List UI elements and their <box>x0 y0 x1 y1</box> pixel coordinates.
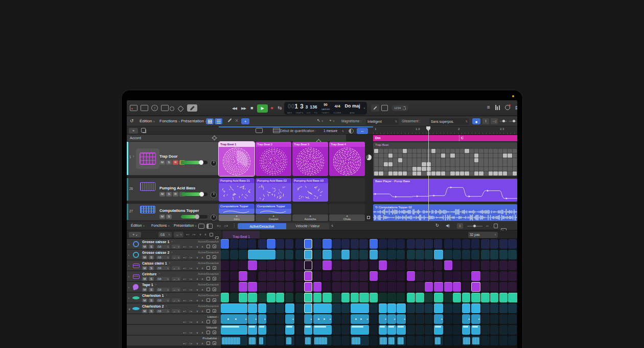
substep-cell[interactable] <box>332 325 340 335</box>
volume-knob[interactable] <box>199 192 204 197</box>
score-icon[interactable] <box>381 105 388 111</box>
substep-cell[interactable] <box>453 336 461 345</box>
step-cell-active[interactable] <box>379 303 387 313</box>
row-down-icon[interactable]: ∨ <box>196 245 198 248</box>
pencil-tool-button[interactable] <box>187 104 197 112</box>
step-cell-active[interactable] <box>462 293 470 302</box>
row-up-icon[interactable]: ∧ <box>201 245 203 248</box>
track-s-button[interactable]: S <box>166 192 172 197</box>
step-cell-active[interactable] <box>407 293 415 302</box>
row-clear-icon[interactable] <box>206 298 210 302</box>
region-audio[interactable]: ↻ Computations Topper 02 <box>373 204 517 221</box>
sequencer-row-header[interactable]: ›Charleston 1⌃Activé/DesactivéMS/16⇅→⇅+○… <box>127 293 221 303</box>
sequencer-row-header[interactable]: ›Ceinture⌃Activé/DesactivéMS/16⇅→⇅+○○+∨∧ <box>127 271 221 281</box>
grid-settings-icon[interactable] <box>273 128 280 133</box>
row-fill-icon[interactable] <box>213 266 216 270</box>
velocity-cell[interactable] <box>471 325 480 335</box>
step-cell[interactable] <box>387 260 396 270</box>
row-note-stepper-icon[interactable]: ⌃ <box>171 241 173 244</box>
step-cell[interactable] <box>481 239 489 249</box>
scene-trigger-1[interactable]: ∧Intro <box>219 214 255 221</box>
step-cell[interactable] <box>239 239 247 249</box>
step-cell-active[interactable] <box>425 282 433 292</box>
step-cell-active[interactable] <box>313 282 321 292</box>
step-cell[interactable] <box>370 282 378 292</box>
step-cell[interactable] <box>387 271 396 281</box>
tracks-view-button[interactable] <box>215 118 222 124</box>
row-note-stepper-icon[interactable]: ⌃ <box>155 284 157 287</box>
step-cell[interactable] <box>379 271 387 281</box>
step-cell[interactable] <box>221 260 229 270</box>
substep-cell[interactable] <box>444 325 452 335</box>
undo-icon[interactable]: ↺ <box>130 119 134 123</box>
row-inc-icon[interactable]: +○ <box>183 277 187 280</box>
step-cell-active[interactable] <box>239 293 247 302</box>
step-cell[interactable] <box>499 282 508 292</box>
row-s-button[interactable]: S <box>149 277 154 281</box>
row-division-stepper[interactable]: /16⇅ <box>156 298 170 302</box>
step-cell[interactable] <box>359 260 367 270</box>
step-cell[interactable] <box>387 293 396 302</box>
step-cell-active[interactable] <box>304 293 312 302</box>
loop-cell[interactable]: Computations Topper <box>256 204 291 214</box>
ibeam-icon[interactable]: I <box>457 223 463 229</box>
step-cell-active[interactable] <box>444 282 452 292</box>
step-cell[interactable] <box>341 260 350 270</box>
text-tool-icon[interactable]: I <box>482 118 489 124</box>
step-cell[interactable] <box>258 282 266 292</box>
step-cell[interactable] <box>285 282 293 292</box>
row-m-button[interactable]: M <box>142 309 147 313</box>
row-up-icon[interactable]: ∧ <box>201 310 203 313</box>
substep-cell[interactable] <box>370 336 378 345</box>
step-cell[interactable] <box>323 282 331 292</box>
step-cell[interactable] <box>351 282 359 292</box>
step-cell[interactable] <box>239 260 247 270</box>
substep-cell[interactable] <box>276 325 284 335</box>
scene-trigger-2[interactable]: ∧Couplet <box>256 214 291 221</box>
row-clear-icon[interactable] <box>206 309 210 313</box>
step-cell[interactable] <box>508 282 516 292</box>
track-pan-knob[interactable] <box>211 160 217 166</box>
row-rotate-stepper[interactable]: →⇅ <box>172 266 180 270</box>
step-cell[interactable] <box>285 239 293 249</box>
substep-cell[interactable] <box>481 336 489 345</box>
stop-button[interactable]: ■ <box>250 106 253 111</box>
step-cell[interactable] <box>508 303 516 313</box>
volume-knob[interactable] <box>195 214 199 219</box>
step-cell-active[interactable] <box>370 250 378 259</box>
substep-cell[interactable] <box>508 325 516 335</box>
step-cell-active[interactable] <box>471 293 480 302</box>
step-cell[interactable] <box>508 250 516 259</box>
region-trap-beat[interactable]: Trap Beat <box>373 142 517 176</box>
step-cell[interactable] <box>499 271 508 281</box>
step-cell[interactable] <box>444 239 452 249</box>
quantize-select[interactable]: 1 mesure⇅ <box>322 128 346 134</box>
forward-button[interactable]: ▶▶ <box>241 106 246 110</box>
step-cell[interactable] <box>370 303 378 313</box>
row-fill-icon[interactable] <box>213 298 216 302</box>
velocity-cell[interactable] <box>379 325 387 335</box>
loop-cell[interactable]: Trap Beat 4 <box>329 142 365 176</box>
track-volume-slider[interactable] <box>181 192 208 196</box>
row-clear-icon[interactable] <box>206 277 210 280</box>
step-cell[interactable] <box>379 250 387 259</box>
step-cell-active[interactable] <box>370 271 378 281</box>
step-cell[interactable] <box>351 250 359 259</box>
step-cell[interactable] <box>416 282 424 292</box>
row-dec-icon[interactable]: ○+ <box>189 320 193 323</box>
row-down-icon[interactable]: ∨ <box>196 310 198 313</box>
substep-cell[interactable] <box>490 325 498 335</box>
row-division-stepper[interactable]: /16⇅ <box>156 288 170 292</box>
step-cell[interactable] <box>221 250 229 259</box>
row-down-icon[interactable]: ∨ <box>196 320 198 323</box>
row-dec-icon[interactable]: ○+ <box>189 342 193 345</box>
step-cell-active[interactable] <box>304 271 312 281</box>
velocity-cell[interactable] <box>258 325 266 335</box>
tie-cell[interactable]: ▸ <box>462 314 470 324</box>
step-cell[interactable] <box>407 303 415 313</box>
step-cell[interactable] <box>351 271 359 281</box>
mode-active-tab[interactable]: Activé/Desactivé <box>238 223 286 229</box>
add-track-button[interactable]: + <box>129 128 138 134</box>
probability-cell[interactable] <box>221 336 247 345</box>
menu-fonctions-loops[interactable]: Fonctions∨ <box>159 119 180 123</box>
